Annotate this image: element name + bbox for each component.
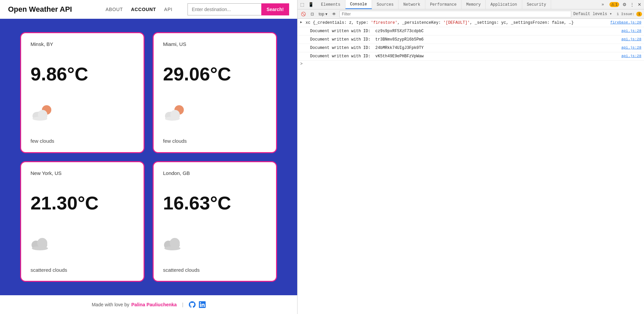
card-city-london: London, GB — [163, 170, 267, 176]
search-input[interactable] — [187, 3, 261, 15]
console-text-5: Document written with ID: vK5th49E9ePHBF… — [310, 53, 619, 59]
card-temp-miami: 29.06°C — [163, 64, 267, 84]
svg-point-13 — [32, 246, 48, 250]
devtools-default-levels[interactable]: Default levels ▾ — [573, 11, 612, 16]
console-line-1: ▶ xc {_credentials: z, type: 'firestore'… — [298, 19, 644, 27]
console-arrow-5 — [300, 53, 308, 59]
devtools-issues-label: 1 Issue: — [617, 12, 635, 16]
scattered-clouds-icon-london — [163, 233, 186, 250]
console-text-3: Document written with ID: tr3BNmv8SzypRl… — [310, 37, 619, 43]
card-icon-minsk — [31, 104, 134, 121]
linkedin-icon[interactable] — [199, 301, 206, 308]
devtools-inspect-btn[interactable]: ⬚ — [299, 1, 306, 8]
app-header: Open Weather API ABOUT ACCOUNT API Searc… — [0, 0, 297, 19]
devtools-panel: ⬚ 📱 Elements Console Sources Network Per… — [297, 0, 644, 314]
console-file-5[interactable]: api.js:28 — [622, 53, 641, 59]
devtools-filter-input[interactable] — [339, 11, 571, 17]
devtools-secondbar: 🚫 ⊡ top ▾ 👁 Default levels ▾ 1 Issue: 1 — [298, 9, 644, 19]
weather-card-minsk: Minsk, BY 9.86°C few clouds — [20, 32, 145, 153]
card-icon-newyork — [31, 233, 134, 250]
few-clouds-icon-miami — [163, 104, 186, 121]
card-icon-miami — [163, 104, 267, 121]
card-desc-london: scattered clouds — [163, 267, 267, 273]
card-city-newyork: New York, US — [31, 170, 134, 176]
devtools-preserve-btn[interactable]: ⊡ — [309, 11, 315, 17]
console-file-2[interactable]: api.js:28 — [622, 28, 641, 34]
devtools-right-icons: ⚠ 1 ⚙ ⋮ ✕ — [608, 1, 643, 8]
devtools-tab-memory[interactable]: Memory — [462, 0, 486, 9]
devtools-tab-sources[interactable]: Sources — [372, 0, 398, 9]
footer-made-with: Made with love by — [92, 302, 129, 307]
devtools-top-btn[interactable]: top ▾ — [317, 11, 329, 17]
svg-point-9 — [165, 117, 180, 121]
devtools-tabs: Elements Console Sources Network Perform… — [316, 0, 607, 9]
console-caret[interactable]: > — [298, 61, 644, 67]
nav-about[interactable]: ABOUT — [106, 7, 123, 12]
console-line-3: Document written with ID: tr3BNmv8SzypRl… — [298, 36, 644, 44]
issues-badge: ⚠ 1 — [609, 2, 619, 7]
console-expand-1[interactable]: ▶ — [300, 20, 302, 25]
console-arrow-3 — [300, 37, 308, 43]
card-desc-miami: few clouds — [163, 138, 267, 144]
console-line-5: Document written with ID: vK5th49E9ePHBF… — [298, 52, 644, 61]
console-line-2: Document written with ID: cz9s9pxRF5XzF7… — [298, 27, 644, 36]
issues-button[interactable]: ⚠ 1 — [608, 1, 621, 8]
weather-card-miami: Miami, US 29.06°C few clouds — [153, 32, 277, 153]
app-title: Open Weather API — [8, 5, 72, 14]
card-temp-minsk: 9.86°C — [31, 64, 134, 84]
weather-card-newyork: New York, US 21.30°C scattered clouds — [20, 161, 145, 282]
nav-api[interactable]: API — [164, 7, 172, 12]
console-file-3[interactable]: api.js:28 — [622, 37, 641, 42]
devtools-topbar: ⬚ 📱 Elements Console Sources Network Per… — [298, 0, 644, 9]
card-city-miami: Miami, US — [163, 41, 267, 47]
scattered-clouds-icon — [31, 233, 54, 250]
svg-point-17 — [164, 246, 180, 250]
search-button[interactable]: Search! — [261, 3, 289, 15]
footer-author[interactable]: Palina Pauliuchenka — [131, 302, 177, 307]
console-text-1: xc {_credentials: z, type: 'firestore', … — [306, 20, 608, 26]
devtools-content: ▶ xc {_credentials: z, type: 'firestore'… — [298, 19, 644, 314]
devtools-clear-btn[interactable]: 🚫 — [300, 11, 307, 17]
devtools-close-btn[interactable]: ✕ — [636, 1, 643, 8]
card-city-minsk: Minsk, BY — [31, 41, 134, 47]
app-footer: Made with love by Palina Pauliuchenka | — [0, 295, 297, 314]
svg-point-4 — [33, 117, 47, 121]
card-temp-newyork: 21.30°C — [31, 193, 134, 213]
few-clouds-icon — [31, 104, 54, 121]
console-file-4[interactable]: api.js:28 — [622, 45, 641, 51]
devtools-tab-security[interactable]: Security — [522, 0, 551, 9]
console-text-4: Document written with ID: 24bMRkk74UIgJ3… — [310, 45, 619, 51]
devtools-eye-btn[interactable]: 👁 — [331, 11, 337, 17]
devtools-device-btn[interactable]: 📱 — [307, 1, 315, 8]
footer-separator: | — [182, 302, 183, 307]
devtools-tab-elements[interactable]: Elements — [316, 0, 345, 9]
weather-grid: Minsk, BY 9.86°C few clouds Miami, US 29… — [0, 19, 297, 295]
github-icon[interactable] — [189, 301, 196, 308]
weather-card-london: London, GB 16.63°C scattered clouds — [153, 161, 277, 282]
devtools-tab-performance[interactable]: Performance — [425, 0, 462, 9]
console-file-1[interactable]: firebase.js:20 — [610, 20, 641, 25]
card-icon-london — [163, 233, 267, 250]
devtools-tab-network[interactable]: Network — [398, 0, 425, 9]
devtools-tab-more[interactable]: » — [599, 2, 607, 7]
devtools-settings-btn[interactable]: ⚙ — [621, 1, 628, 8]
card-temp-london: 16.63°C — [163, 193, 267, 213]
card-desc-minsk: few clouds — [31, 138, 134, 144]
devtools-customize-btn[interactable]: ⋮ — [629, 1, 636, 8]
console-text-2: Document written with ID: cz9s9pxRF5XzF7… — [310, 28, 619, 34]
nav: ABOUT ACCOUNT API — [106, 7, 172, 12]
search-area: Search! — [187, 3, 289, 15]
card-desc-newyork: scattered clouds — [31, 267, 134, 273]
devtools-issues-count-badge: 1 — [636, 12, 642, 16]
devtools-tab-application[interactable]: Application — [486, 0, 522, 9]
console-arrow-2 — [300, 28, 308, 34]
console-arrow-4 — [300, 45, 308, 51]
console-line-4: Document written with ID: 24bMRkk74UIgJ3… — [298, 44, 644, 52]
app-panel: Open Weather API ABOUT ACCOUNT API Searc… — [0, 0, 297, 314]
nav-account[interactable]: ACCOUNT — [131, 7, 156, 12]
devtools-tab-console[interactable]: Console — [345, 0, 372, 9]
